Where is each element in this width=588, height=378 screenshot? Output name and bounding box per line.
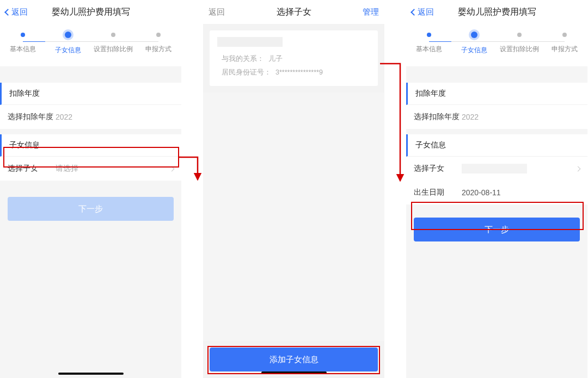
section-deduction-year: 扣除年度 选择扣除年度 2022 [0, 83, 181, 129]
dob-value: 2020-08-11 [462, 188, 580, 197]
screen-child-info-empty: 返回 婴幼儿照护费用填写 基本信息 子女信息 设置扣除比例 [0, 0, 181, 378]
step-basic-info: 基本信息 [0, 30, 45, 66]
home-indicator [58, 373, 124, 375]
card-relation-line: 与我的关系：儿子 [217, 52, 370, 66]
row-birthdate: 出生日期 2020-08-11 [406, 181, 587, 205]
chevron-left-icon [4, 9, 11, 16]
page-title: 婴幼儿照护费用填写 [441, 7, 553, 18]
year-label: 选择扣除年度 [8, 112, 56, 122]
section-title-child: 子女信息 [0, 134, 181, 157]
section-title-year: 扣除年度 [406, 83, 587, 105]
select-child-label: 选择子女 [414, 164, 462, 173]
step-declare-method: 申报方式 [542, 30, 587, 66]
row-select-year[interactable]: 选择扣除年度 2022 [0, 105, 181, 129]
chevron-left-icon [411, 9, 418, 16]
section-deduction-year: 扣除年度 选择扣除年度 2022 [406, 83, 587, 129]
screen-select-child: 返回 选择子女 管理 与我的关系：儿子 居民身份证号：3************… [203, 0, 384, 378]
select-child-label: 选择子女 [8, 164, 56, 173]
select-child-placeholder: 请选择 [56, 164, 170, 173]
step-basic-info: 基本信息 [406, 30, 451, 66]
row-select-child[interactable]: 选择子女 [406, 157, 587, 181]
page-title: 选择子女 [238, 7, 350, 18]
back-label: 返回 [418, 7, 434, 17]
child-name-mask [217, 37, 283, 47]
navbar: 返回 婴幼儿照护费用填写 [406, 0, 587, 24]
step-declare-method: 申报方式 [136, 30, 181, 66]
section-child-info: 子女信息 选择子女 出生日期 2020-08-11 [406, 134, 587, 205]
back-button[interactable]: 返回 [209, 7, 238, 17]
id-value: 3***************9 [275, 69, 323, 76]
dob-label: 出生日期 [414, 188, 462, 197]
section-title-year: 扣除年度 [0, 83, 181, 105]
year-value: 2022 [56, 113, 174, 121]
select-child-value [462, 164, 576, 173]
step-deduction-ratio: 设置扣除比例 [497, 30, 542, 66]
section-child-info: 子女信息 选择子女 请选择 [0, 134, 181, 181]
stepper: 基本信息 子女信息 设置扣除比例 申报方式 [406, 24, 587, 66]
next-button[interactable]: 下一步 [414, 218, 580, 241]
relation-value: 儿子 [268, 55, 283, 63]
chevron-right-icon [575, 166, 581, 171]
card-id-line: 居民身份证号：3***************9 [217, 66, 370, 79]
add-child-button[interactable]: 添加子女信息 [210, 348, 378, 371]
row-select-year[interactable]: 选择扣除年度 2022 [406, 105, 587, 129]
back-label: 返回 [209, 7, 225, 17]
child-card[interactable]: 与我的关系：儿子 居民身份证号：3***************9 [210, 30, 378, 86]
row-select-child[interactable]: 选择子女 请选择 [0, 157, 181, 181]
step-child-info: 子女信息 [451, 30, 497, 66]
chevron-right-icon [169, 166, 175, 171]
next-button-disabled[interactable]: 下一步 [8, 197, 174, 221]
year-value: 2022 [462, 113, 580, 121]
section-title-child: 子女信息 [406, 134, 587, 157]
home-indicator [261, 371, 327, 374]
year-label: 选择扣除年度 [414, 112, 462, 122]
back-label: 返回 [11, 7, 28, 17]
screen-child-info-filled: 返回 婴幼儿照护费用填写 基本信息 子女信息 设置扣除比例 [406, 0, 587, 378]
back-button[interactable]: 返回 [5, 7, 35, 17]
step-deduction-ratio: 设置扣除比例 [91, 30, 136, 66]
manage-button[interactable]: 管理 [350, 7, 379, 17]
bottom-bar: 添加子女信息 [203, 341, 384, 378]
stepper: 基本信息 子女信息 设置扣除比例 申报方式 [0, 24, 181, 66]
step-child-info: 子女信息 [45, 30, 90, 66]
id-label: 居民身份证号： [222, 69, 271, 76]
navbar: 返回 选择子女 管理 [203, 0, 384, 24]
child-value-mask [462, 164, 527, 173]
page-title: 婴幼儿照护费用填写 [35, 7, 146, 18]
relation-label: 与我的关系： [222, 55, 264, 63]
back-button[interactable]: 返回 [412, 7, 441, 17]
navbar: 返回 婴幼儿照护费用填写 [0, 0, 181, 24]
